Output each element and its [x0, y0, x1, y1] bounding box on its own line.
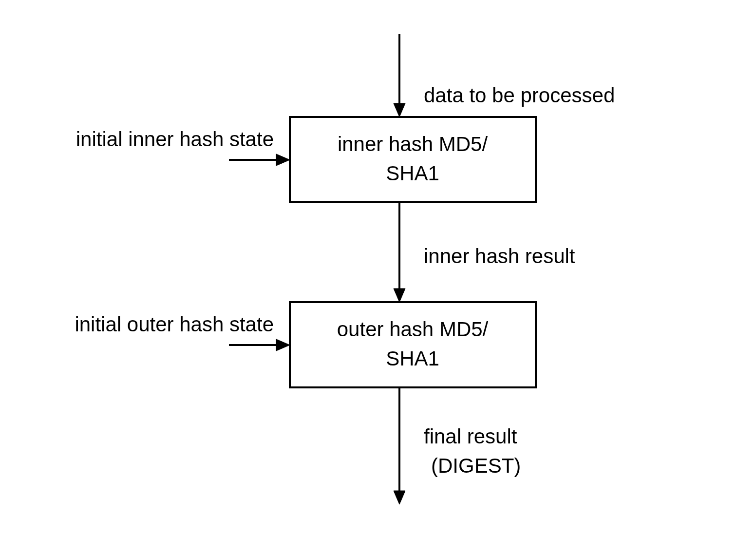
- outer-left-label: initial outer hash state: [75, 313, 274, 336]
- inner-left-arrowhead: [276, 154, 290, 166]
- final-label-line1: final result: [424, 425, 517, 448]
- inner-left-label: initial inner hash state: [76, 128, 274, 151]
- inner-hash-box: [290, 117, 536, 202]
- inner-hash-box-line2: SHA1: [386, 162, 439, 185]
- final-label-line2: (DIGEST): [431, 454, 521, 477]
- outer-left-arrowhead: [276, 339, 290, 351]
- final-arrowhead: [394, 491, 405, 504]
- top-input-arrowhead: [394, 103, 405, 117]
- outer-hash-box-line2: SHA1: [386, 347, 439, 370]
- hmac-diagram: inner hash MD5/ SHA1 outer hash MD5/ SHA…: [0, 0, 756, 557]
- middle-arrowhead: [394, 288, 405, 302]
- inner-hash-box-line1: inner hash MD5/: [338, 133, 488, 155]
- outer-hash-box-line1: outer hash MD5/: [337, 318, 489, 341]
- top-input-label: data to be processed: [424, 84, 615, 107]
- middle-arrow-label: inner hash result: [424, 245, 575, 268]
- outer-hash-box: [290, 302, 536, 387]
